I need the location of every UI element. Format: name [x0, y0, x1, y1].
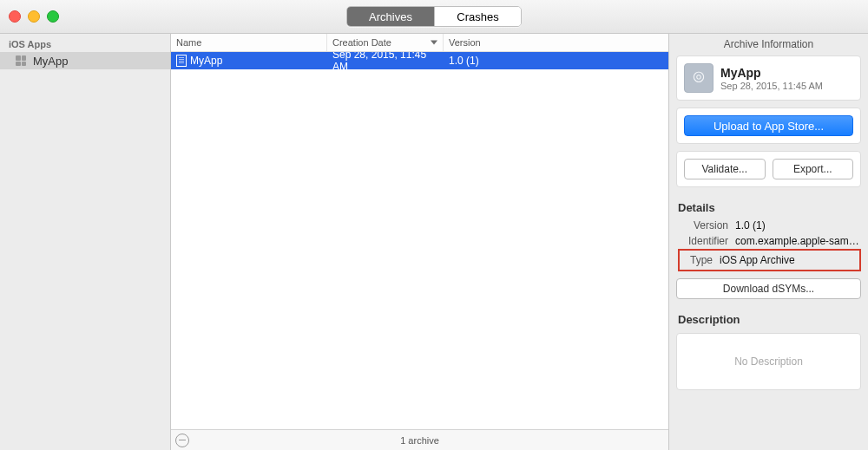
cell-version: 1.0 (1) — [449, 55, 479, 67]
sidebar-item-label: MyApp — [33, 55, 68, 68]
description-box[interactable]: No Description — [676, 333, 861, 390]
inspector-title: Archive Information — [669, 34, 868, 55]
tab-crashes[interactable]: Crashes — [434, 7, 521, 26]
archive-date: Sep 28, 2015, 11:45 AM — [720, 81, 823, 91]
export-button[interactable]: Export... — [773, 159, 854, 179]
list-header: Name Creation Date Version — [171, 34, 668, 52]
tab-archives[interactable]: Archives — [347, 7, 434, 26]
archive-list: Name Creation Date Version MyApp Sep 28,… — [171, 34, 669, 450]
sidebar-item-myapp[interactable]: MyApp — [0, 52, 170, 69]
validate-export-panel: Validate... Export... — [676, 151, 861, 187]
cell-name: MyApp — [190, 55, 222, 67]
detail-identifier: Identifier com.example.apple-sam… — [680, 233, 861, 249]
detail-type-key: Type — [683, 254, 713, 266]
sidebar-section-header: iOS Apps — [0, 34, 170, 52]
detail-version-key: Version — [680, 219, 728, 232]
detail-version: Version 1.0 (1) — [680, 218, 861, 233]
download-dsyms-button[interactable]: Download dSYMs... — [676, 278, 861, 299]
description-placeholder: No Description — [734, 355, 803, 368]
title-bar: Archives Crashes — [0, 0, 868, 34]
segmented-control: Archives Crashes — [346, 6, 522, 27]
table-row[interactable]: MyApp Sep 28, 2015, 11:45 AM 1.0 (1) — [171, 52, 668, 69]
inspector: Archive Information MyApp Sep 28, 2015, … — [669, 34, 868, 450]
archive-count: 1 archive — [171, 435, 668, 446]
detail-type-highlight: Type iOS App Archive — [678, 249, 861, 271]
window-controls — [9, 10, 59, 23]
close-window-button[interactable] — [9, 10, 21, 23]
upload-panel: Upload to App Store... — [676, 108, 861, 144]
description-section-label: Description — [678, 313, 859, 326]
detail-version-val: 1.0 (1) — [735, 219, 861, 232]
list-footer: 1 archive — [171, 429, 668, 450]
sidebar: iOS Apps MyApp — [0, 34, 171, 450]
archive-name: MyApp — [720, 66, 823, 80]
validate-button[interactable]: Validate... — [684, 159, 766, 179]
archive-icon — [684, 63, 713, 93]
upload-button[interactable]: Upload to App Store... — [684, 115, 853, 136]
column-header-version[interactable]: Version — [444, 34, 668, 51]
detail-identifier-val: com.example.apple-sam… — [735, 235, 861, 247]
detail-identifier-key: Identifier — [680, 235, 728, 247]
minimize-window-button[interactable] — [28, 10, 40, 23]
list-body: MyApp Sep 28, 2015, 11:45 AM 1.0 (1) — [171, 52, 668, 429]
cell-date: Sep 28, 2015, 11:45 AM — [332, 52, 438, 73]
column-header-name[interactable]: Name — [171, 34, 327, 51]
archive-summary-panel: MyApp Sep 28, 2015, 11:45 AM — [676, 55, 861, 101]
document-icon — [176, 55, 187, 67]
details-section-label: Details — [678, 201, 859, 214]
zoom-window-button[interactable] — [47, 10, 59, 23]
column-header-creation-date[interactable]: Creation Date — [327, 34, 444, 51]
detail-type-val: iOS App Archive — [720, 254, 795, 266]
app-grid-icon — [14, 54, 28, 68]
